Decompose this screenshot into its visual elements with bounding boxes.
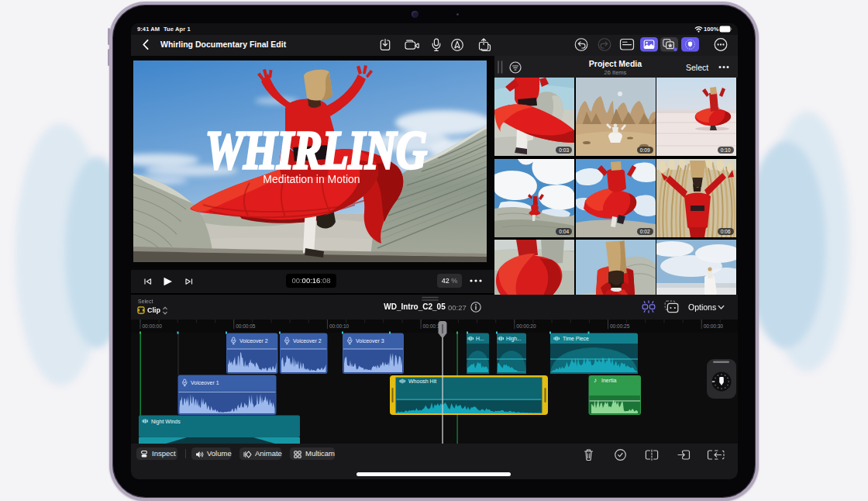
svg-text:Voiceover 2: Voiceover 2 — [293, 338, 322, 344]
svg-text:WHIRLING: WHIRLING — [205, 120, 427, 180]
svg-text:Time Piece: Time Piece — [563, 336, 589, 341]
svg-text:Meditation in Motion: Meditation in Motion — [263, 173, 360, 185]
svg-text:Voiceover 1: Voiceover 1 — [191, 380, 219, 385]
svg-text:Whoosh Hit: Whoosh Hit — [408, 378, 436, 384]
svg-text:00:00:30: 00:00:30 — [704, 323, 724, 329]
svg-text:High...: High... — [506, 336, 522, 342]
svg-text:H...: H... — [476, 336, 484, 341]
svg-text:00:00:00: 00:00:00 — [143, 323, 163, 329]
svg-text:00:00:20: 00:00:20 — [516, 323, 536, 329]
svg-text:00:00:10: 00:00:10 — [329, 323, 350, 329]
svg-text:Night Winds: Night Winds — [151, 419, 181, 425]
svg-text:Voiceover 2: Voiceover 2 — [239, 338, 268, 344]
svg-text:♪: ♪ — [594, 376, 597, 384]
svg-text:Inertia: Inertia — [601, 378, 617, 383]
svg-text:00:00:25: 00:00:25 — [610, 323, 630, 329]
svg-text:00:00:05: 00:00:05 — [236, 323, 256, 329]
svg-text:Voiceover 3: Voiceover 3 — [356, 338, 384, 344]
